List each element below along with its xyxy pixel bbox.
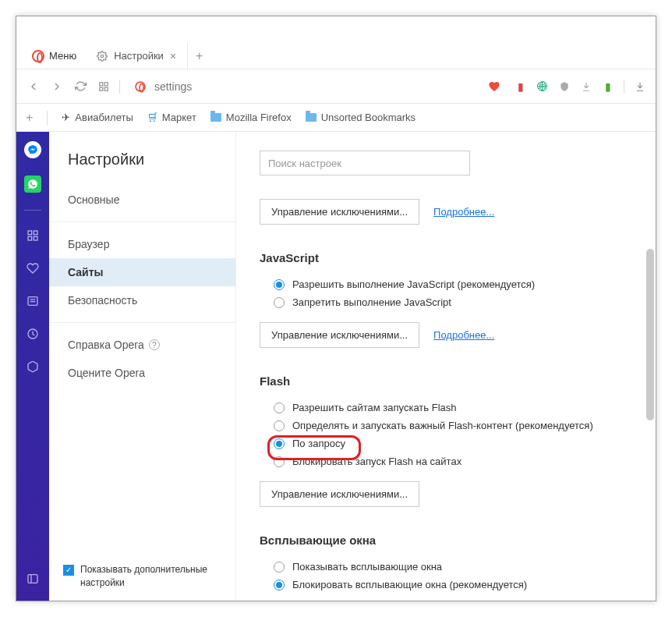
nav-separator	[49, 222, 235, 222]
extension-icon-1[interactable]: ▮	[515, 80, 527, 93]
speed-dial-button[interactable]	[96, 79, 111, 94]
radio-flash-ondemand[interactable]: По запросу	[260, 434, 632, 452]
folder-icon	[306, 113, 317, 122]
svg-rect-5	[100, 82, 103, 85]
extension-icon-globe[interactable]: 🌐︎	[536, 80, 549, 93]
new-tab-button[interactable]: +	[188, 43, 210, 69]
radio-label: Блокировать всплывающие окна (рекомендуе…	[292, 579, 527, 590]
rail-divider	[24, 210, 41, 211]
svg-rect-7	[100, 87, 103, 90]
radio-flash-detect[interactable]: Определять и запускать важный Flash-конт…	[260, 417, 632, 434]
settings-main-pane: Поиск настроек Управление исключениями..…	[236, 132, 656, 601]
grid-icon[interactable]	[25, 228, 41, 243]
radio-checked-icon	[274, 279, 285, 290]
radio-popups-block[interactable]: Блокировать всплывающие окна (рекомендуе…	[260, 576, 632, 594]
radio-flash-allow[interactable]: Разрешить сайтам запускать Flash	[260, 399, 632, 417]
opera-logo-icon	[135, 81, 146, 92]
learn-more-link[interactable]: Подробнее...	[433, 206, 494, 218]
radio-js-allow[interactable]: Разрешить выполнение JavaScript (рекомен…	[260, 275, 632, 293]
address-input[interactable]: settings	[128, 77, 507, 96]
extensions-icon[interactable]	[25, 359, 41, 374]
history-icon[interactable]	[25, 326, 41, 342]
extension-icons: ▮ 🌐︎ ▮	[515, 80, 646, 94]
radio-js-block[interactable]: Запретить выполнение JavaScript	[260, 293, 632, 311]
section-flash: Flash Разрешить сайтам запускать Flash О…	[260, 374, 632, 507]
address-bar-row: settings ▮ 🌐︎ ▮	[16, 69, 656, 104]
plane-icon: ✈	[62, 112, 70, 123]
svg-rect-17	[28, 575, 37, 583]
download-icon-2[interactable]	[634, 80, 646, 93]
content-area: Настройки Основные Браузер Сайты Безопас…	[16, 132, 656, 601]
side-rail	[16, 132, 49, 601]
radio-label: Разрешить выполнение JavaScript (рекомен…	[292, 278, 535, 290]
cart-icon: 🛒︎	[147, 112, 157, 123]
divider	[624, 80, 624, 94]
learn-more-link[interactable]: Подробнее...	[433, 329, 494, 341]
settings-search-input[interactable]: Поиск настроек	[260, 151, 470, 176]
section-title: Flash	[260, 374, 632, 388]
news-icon[interactable]	[25, 293, 41, 309]
manage-exceptions-button[interactable]: Управление исключениями...	[260, 481, 419, 507]
bookmark-label: Авиабилеты	[75, 112, 133, 123]
tab-settings[interactable]: Настройки ×	[86, 43, 188, 69]
tab-title: Настройки	[114, 50, 164, 62]
radio-icon	[274, 420, 285, 431]
heart-outline-icon[interactable]	[25, 261, 41, 276]
extension-icon-shield[interactable]	[558, 80, 571, 93]
show-advanced-checkbox[interactable]: ✓ Показывать дополнительные настройки	[49, 552, 235, 590]
radio-label: Определять и запускать важный Flash-конт…	[292, 420, 593, 431]
svg-rect-8	[104, 87, 108, 90]
help-icon: ?	[149, 339, 160, 350]
gear-icon	[97, 51, 108, 62]
svg-point-4	[101, 55, 104, 58]
back-button[interactable]	[26, 79, 41, 94]
radio-label: По запросу	[292, 438, 345, 449]
bookmarks-bar: + ✈Авиабилеты 🛒︎Маркет Mozilla Firefox U…	[16, 104, 656, 132]
section-title: Всплывающие окна	[260, 534, 632, 547]
menu-label: Меню	[49, 50, 76, 62]
manage-exceptions-button[interactable]: Управление исключениями...	[260, 322, 419, 348]
nav-item-security[interactable]: Безопасность	[49, 286, 235, 314]
download-icon[interactable]	[580, 80, 592, 93]
divider	[119, 80, 120, 94]
radio-icon	[274, 297, 285, 308]
nav-item-browser[interactable]: Браузер	[49, 230, 235, 258]
bookmark-label: Unsorted Bookmarks	[321, 112, 416, 123]
heart-icon[interactable]	[488, 80, 500, 93]
radio-flash-block[interactable]: Блокировать запуск Flash на сайтах	[260, 452, 632, 470]
section-title: JavaScript	[260, 251, 632, 264]
svg-rect-10	[34, 231, 37, 235]
manage-exceptions-button[interactable]: Управление исключениями...	[260, 199, 419, 225]
reload-button[interactable]	[73, 79, 88, 94]
nav-item-rate[interactable]: Оцените Opera	[49, 359, 235, 387]
add-bookmark-button[interactable]: +	[26, 111, 33, 125]
svg-rect-6	[104, 82, 108, 85]
bookmark-firefox[interactable]: Mozilla Firefox	[210, 112, 292, 123]
tab-bar: Меню Настройки × +	[16, 43, 656, 69]
radio-popups-show[interactable]: Показывать всплывающие окна	[260, 558, 632, 576]
nav-item-help[interactable]: Справка Opera?	[49, 331, 235, 359]
extension-icon-2[interactable]: ▮	[602, 80, 614, 93]
radio-icon	[274, 562, 285, 573]
messenger-icon[interactable]	[24, 141, 41, 158]
section-top-partial: Управление исключениями... Подробнее...	[260, 199, 632, 225]
sidebar-toggle-icon[interactable]	[25, 571, 41, 587]
whatsapp-icon[interactable]	[24, 176, 41, 193]
svg-rect-12	[34, 236, 37, 240]
nav-item-basic[interactable]: Основные	[49, 186, 235, 214]
forward-button[interactable]	[49, 79, 65, 94]
section-popups: Всплывающие окна Показывать всплывающие …	[260, 534, 632, 601]
settings-sidebar: Настройки Основные Браузер Сайты Безопас…	[49, 132, 236, 601]
nav-separator	[49, 322, 235, 323]
address-text: settings	[154, 80, 480, 93]
radio-checked-icon	[274, 580, 285, 590]
bookmark-market[interactable]: 🛒︎Маркет	[147, 112, 196, 123]
bookmark-aviabilety[interactable]: ✈Авиабилеты	[62, 112, 133, 123]
radio-icon	[274, 402, 285, 413]
nav-item-sites[interactable]: Сайты	[49, 258, 235, 286]
tab-close-icon[interactable]: ×	[170, 50, 176, 62]
opera-menu-button[interactable]: Меню	[23, 43, 86, 69]
opera-logo-icon	[32, 50, 44, 62]
scrollbar[interactable]	[646, 249, 654, 420]
bookmark-unsorted[interactable]: Unsorted Bookmarks	[306, 112, 416, 123]
